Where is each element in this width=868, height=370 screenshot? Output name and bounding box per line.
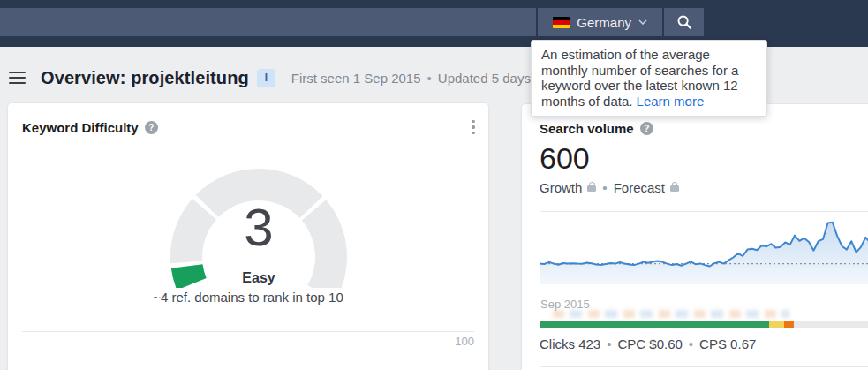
help-icon[interactable]: ? xyxy=(640,122,653,135)
sv-bottom-divider xyxy=(540,366,868,367)
clicks-distribution-bar xyxy=(540,321,868,328)
volume-trend-chart-wrap xyxy=(540,211,868,285)
keyword-list-badge[interactable]: I xyxy=(257,69,275,87)
blurred-row xyxy=(553,310,789,318)
keyword-difficulty-card: Keyword Difficulty ? 3 Easy ~4 ref. doma… xyxy=(7,102,489,370)
first-seen-label: First seen 1 Sep 2015 xyxy=(291,71,421,86)
bar-segment-green xyxy=(540,321,769,328)
keyword-meta: First seen 1 Sep 2015 • Updated 5 days a… xyxy=(291,71,556,86)
kd-rating: Easy xyxy=(117,270,400,286)
growth-separator: • xyxy=(602,180,607,195)
ahrefs-keyword-overview-screen: Germany Overview: projektleitung I First… xyxy=(0,0,868,370)
search-icon xyxy=(676,14,692,30)
search-volume-value: 600 xyxy=(540,142,590,174)
growth-link[interactable]: Growth xyxy=(540,180,582,195)
country-label: Germany xyxy=(577,15,631,30)
country-selector[interactable]: Germany xyxy=(538,8,662,36)
timeline-start-label: Sep 2015 xyxy=(540,298,590,311)
germany-flag-icon xyxy=(553,17,570,28)
kd-scale-max-label: 100 xyxy=(455,335,474,348)
kd-description: ~4 ref. domains to rank in top 10 xyxy=(8,290,488,305)
learn-more-link[interactable]: Learn more xyxy=(637,94,705,109)
kebab-menu-button[interactable] xyxy=(465,118,481,136)
forecast-link[interactable]: Forecast xyxy=(614,180,665,195)
page-header: Overview: projektleitung I First seen 1 … xyxy=(9,64,556,92)
metric-cpc: CPC $0.60 xyxy=(617,336,682,351)
lock-icon xyxy=(670,185,679,192)
menu-button[interactable] xyxy=(9,72,26,85)
search-volume-tooltip: An estimation of the average monthly num… xyxy=(531,40,767,117)
metrics-line: Clicks 423•CPC $0.60•CPS 0.67 xyxy=(540,336,756,351)
meta-separator: • xyxy=(427,71,432,86)
sv-card-title: Search volume ? xyxy=(540,121,653,136)
bar-segment-orange xyxy=(784,321,794,328)
kd-scale-divider xyxy=(22,331,474,332)
bar-segment-yellow xyxy=(769,321,784,328)
metric-separator: • xyxy=(607,336,611,351)
kd-value: 3 xyxy=(117,200,400,255)
toolbar: Germany xyxy=(0,8,704,36)
metric-cps: CPS 0.67 xyxy=(699,336,756,351)
metric-separator: • xyxy=(689,336,693,351)
metric-clicks: Clicks 423 xyxy=(540,336,600,351)
chevron-down-icon xyxy=(638,19,647,25)
lock-icon xyxy=(587,185,596,192)
page-title: Overview: projektleitung xyxy=(41,68,249,88)
search-volume-card: Search volume ? 600 Growth • Forecast Se… xyxy=(521,103,868,370)
search-button[interactable] xyxy=(664,8,704,36)
growth-forecast-row: Growth • Forecast xyxy=(540,180,679,195)
sv-title-text: Search volume xyxy=(540,121,634,136)
search-volume-chart xyxy=(540,212,868,284)
